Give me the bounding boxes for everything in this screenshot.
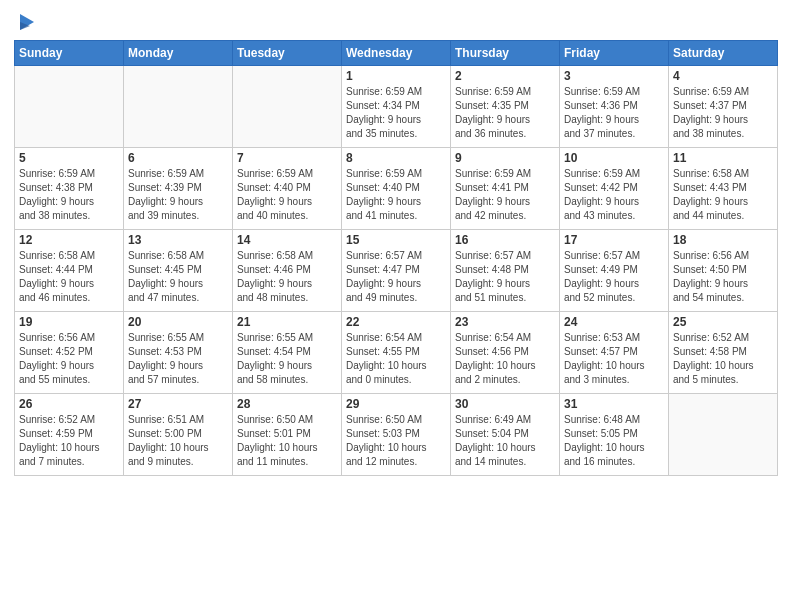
weekday-header: Friday [560,41,669,66]
day-info: Sunrise: 6:55 AM Sunset: 4:53 PM Dayligh… [128,331,228,387]
day-number: 7 [237,151,337,165]
calendar-cell: 22Sunrise: 6:54 AM Sunset: 4:55 PM Dayli… [342,312,451,394]
day-number: 17 [564,233,664,247]
day-info: Sunrise: 6:50 AM Sunset: 5:03 PM Dayligh… [346,413,446,469]
day-info: Sunrise: 6:58 AM Sunset: 4:46 PM Dayligh… [237,249,337,305]
calendar-week-row: 19Sunrise: 6:56 AM Sunset: 4:52 PM Dayli… [15,312,778,394]
day-number: 2 [455,69,555,83]
day-number: 31 [564,397,664,411]
logo [14,14,38,34]
day-number: 24 [564,315,664,329]
calendar-cell: 24Sunrise: 6:53 AM Sunset: 4:57 PM Dayli… [560,312,669,394]
day-info: Sunrise: 6:59 AM Sunset: 4:40 PM Dayligh… [346,167,446,223]
day-info: Sunrise: 6:59 AM Sunset: 4:41 PM Dayligh… [455,167,555,223]
calendar-cell: 23Sunrise: 6:54 AM Sunset: 4:56 PM Dayli… [451,312,560,394]
calendar-cell: 20Sunrise: 6:55 AM Sunset: 4:53 PM Dayli… [124,312,233,394]
day-info: Sunrise: 6:56 AM Sunset: 4:50 PM Dayligh… [673,249,773,305]
calendar-cell: 31Sunrise: 6:48 AM Sunset: 5:05 PM Dayli… [560,394,669,476]
logo-icon [16,12,38,34]
day-info: Sunrise: 6:58 AM Sunset: 4:45 PM Dayligh… [128,249,228,305]
day-info: Sunrise: 6:52 AM Sunset: 4:59 PM Dayligh… [19,413,119,469]
calendar-week-row: 1Sunrise: 6:59 AM Sunset: 4:34 PM Daylig… [15,66,778,148]
day-info: Sunrise: 6:48 AM Sunset: 5:05 PM Dayligh… [564,413,664,469]
calendar: SundayMondayTuesdayWednesdayThursdayFrid… [14,40,778,476]
header [14,10,778,34]
calendar-cell: 16Sunrise: 6:57 AM Sunset: 4:48 PM Dayli… [451,230,560,312]
day-number: 27 [128,397,228,411]
day-info: Sunrise: 6:51 AM Sunset: 5:00 PM Dayligh… [128,413,228,469]
calendar-cell: 3Sunrise: 6:59 AM Sunset: 4:36 PM Daylig… [560,66,669,148]
calendar-week-row: 26Sunrise: 6:52 AM Sunset: 4:59 PM Dayli… [15,394,778,476]
calendar-cell: 21Sunrise: 6:55 AM Sunset: 4:54 PM Dayli… [233,312,342,394]
page: SundayMondayTuesdayWednesdayThursdayFrid… [0,0,792,612]
day-info: Sunrise: 6:55 AM Sunset: 4:54 PM Dayligh… [237,331,337,387]
weekday-header: Monday [124,41,233,66]
calendar-cell: 6Sunrise: 6:59 AM Sunset: 4:39 PM Daylig… [124,148,233,230]
calendar-cell [124,66,233,148]
calendar-cell: 28Sunrise: 6:50 AM Sunset: 5:01 PM Dayli… [233,394,342,476]
day-info: Sunrise: 6:59 AM Sunset: 4:36 PM Dayligh… [564,85,664,141]
day-number: 18 [673,233,773,247]
day-info: Sunrise: 6:59 AM Sunset: 4:37 PM Dayligh… [673,85,773,141]
calendar-cell: 18Sunrise: 6:56 AM Sunset: 4:50 PM Dayli… [669,230,778,312]
calendar-cell: 12Sunrise: 6:58 AM Sunset: 4:44 PM Dayli… [15,230,124,312]
day-number: 29 [346,397,446,411]
day-info: Sunrise: 6:57 AM Sunset: 4:49 PM Dayligh… [564,249,664,305]
calendar-cell: 30Sunrise: 6:49 AM Sunset: 5:04 PM Dayli… [451,394,560,476]
day-number: 20 [128,315,228,329]
calendar-cell: 4Sunrise: 6:59 AM Sunset: 4:37 PM Daylig… [669,66,778,148]
calendar-week-row: 12Sunrise: 6:58 AM Sunset: 4:44 PM Dayli… [15,230,778,312]
day-number: 10 [564,151,664,165]
calendar-cell: 26Sunrise: 6:52 AM Sunset: 4:59 PM Dayli… [15,394,124,476]
day-number: 16 [455,233,555,247]
day-number: 30 [455,397,555,411]
day-number: 13 [128,233,228,247]
calendar-cell [15,66,124,148]
calendar-cell: 7Sunrise: 6:59 AM Sunset: 4:40 PM Daylig… [233,148,342,230]
day-info: Sunrise: 6:57 AM Sunset: 4:48 PM Dayligh… [455,249,555,305]
day-info: Sunrise: 6:59 AM Sunset: 4:38 PM Dayligh… [19,167,119,223]
calendar-cell: 25Sunrise: 6:52 AM Sunset: 4:58 PM Dayli… [669,312,778,394]
day-number: 19 [19,315,119,329]
weekday-header: Tuesday [233,41,342,66]
calendar-cell: 14Sunrise: 6:58 AM Sunset: 4:46 PM Dayli… [233,230,342,312]
day-info: Sunrise: 6:59 AM Sunset: 4:40 PM Dayligh… [237,167,337,223]
day-number: 12 [19,233,119,247]
day-number: 26 [19,397,119,411]
calendar-cell: 5Sunrise: 6:59 AM Sunset: 4:38 PM Daylig… [15,148,124,230]
day-number: 23 [455,315,555,329]
calendar-cell: 13Sunrise: 6:58 AM Sunset: 4:45 PM Dayli… [124,230,233,312]
day-info: Sunrise: 6:56 AM Sunset: 4:52 PM Dayligh… [19,331,119,387]
day-number: 11 [673,151,773,165]
weekday-header: Saturday [669,41,778,66]
day-info: Sunrise: 6:59 AM Sunset: 4:35 PM Dayligh… [455,85,555,141]
day-number: 1 [346,69,446,83]
calendar-cell: 15Sunrise: 6:57 AM Sunset: 4:47 PM Dayli… [342,230,451,312]
day-number: 4 [673,69,773,83]
day-number: 6 [128,151,228,165]
day-number: 3 [564,69,664,83]
day-number: 15 [346,233,446,247]
day-info: Sunrise: 6:59 AM Sunset: 4:42 PM Dayligh… [564,167,664,223]
calendar-cell: 9Sunrise: 6:59 AM Sunset: 4:41 PM Daylig… [451,148,560,230]
calendar-cell: 29Sunrise: 6:50 AM Sunset: 5:03 PM Dayli… [342,394,451,476]
day-info: Sunrise: 6:59 AM Sunset: 4:34 PM Dayligh… [346,85,446,141]
calendar-cell [669,394,778,476]
day-info: Sunrise: 6:57 AM Sunset: 4:47 PM Dayligh… [346,249,446,305]
calendar-cell [233,66,342,148]
weekday-header: Thursday [451,41,560,66]
calendar-cell: 11Sunrise: 6:58 AM Sunset: 4:43 PM Dayli… [669,148,778,230]
calendar-cell: 19Sunrise: 6:56 AM Sunset: 4:52 PM Dayli… [15,312,124,394]
weekday-header-row: SundayMondayTuesdayWednesdayThursdayFrid… [15,41,778,66]
day-info: Sunrise: 6:58 AM Sunset: 4:43 PM Dayligh… [673,167,773,223]
calendar-cell: 8Sunrise: 6:59 AM Sunset: 4:40 PM Daylig… [342,148,451,230]
calendar-cell: 27Sunrise: 6:51 AM Sunset: 5:00 PM Dayli… [124,394,233,476]
day-info: Sunrise: 6:49 AM Sunset: 5:04 PM Dayligh… [455,413,555,469]
calendar-cell: 1Sunrise: 6:59 AM Sunset: 4:34 PM Daylig… [342,66,451,148]
day-number: 9 [455,151,555,165]
day-info: Sunrise: 6:54 AM Sunset: 4:56 PM Dayligh… [455,331,555,387]
calendar-week-row: 5Sunrise: 6:59 AM Sunset: 4:38 PM Daylig… [15,148,778,230]
day-number: 22 [346,315,446,329]
day-info: Sunrise: 6:52 AM Sunset: 4:58 PM Dayligh… [673,331,773,387]
calendar-cell: 10Sunrise: 6:59 AM Sunset: 4:42 PM Dayli… [560,148,669,230]
